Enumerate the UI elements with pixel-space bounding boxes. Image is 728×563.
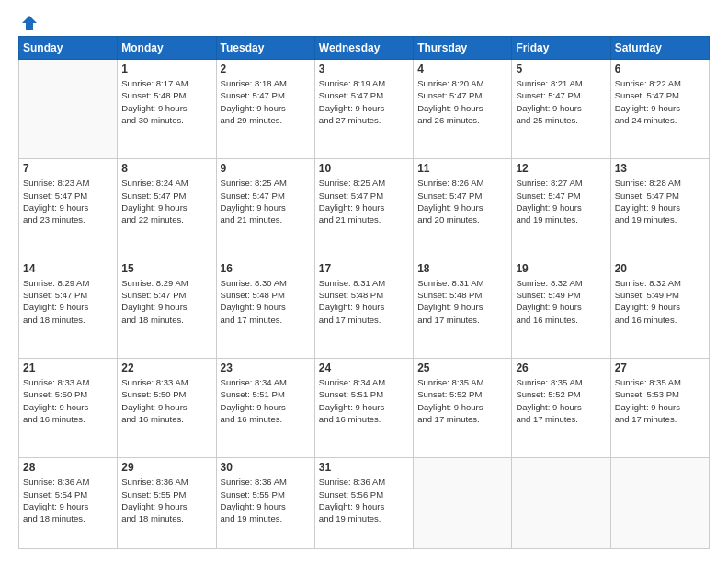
calendar-cell: 27Sunrise: 8:35 AM Sunset: 5:53 PM Dayli…	[610, 359, 709, 458]
day-info: Sunrise: 8:29 AM Sunset: 5:47 PM Dayligh…	[23, 277, 113, 326]
day-number: 30	[221, 461, 311, 474]
day-number: 14	[23, 262, 113, 275]
day-number: 25	[417, 362, 507, 374]
calendar-week-row: 21Sunrise: 8:33 AM Sunset: 5:50 PM Dayli…	[19, 359, 710, 458]
calendar-cell: 10Sunrise: 8:25 AM Sunset: 5:47 PM Dayli…	[314, 159, 413, 259]
calendar-cell: 2Sunrise: 8:18 AM Sunset: 5:47 PM Daylig…	[216, 60, 314, 159]
day-info: Sunrise: 8:31 AM Sunset: 5:48 PM Dayligh…	[417, 277, 507, 326]
calendar-cell: 14Sunrise: 8:29 AM Sunset: 5:47 PM Dayli…	[19, 259, 118, 358]
day-number: 23	[221, 362, 311, 374]
day-number: 29	[121, 461, 211, 474]
day-info: Sunrise: 8:34 AM Sunset: 5:51 PM Dayligh…	[319, 376, 409, 425]
calendar-cell: 22Sunrise: 8:33 AM Sunset: 5:50 PM Dayli…	[118, 359, 216, 458]
calendar-cell: 19Sunrise: 8:32 AM Sunset: 5:49 PM Dayli…	[512, 259, 610, 358]
day-info: Sunrise: 8:32 AM Sunset: 5:49 PM Dayligh…	[516, 277, 606, 326]
calendar-cell: 7Sunrise: 8:23 AM Sunset: 5:47 PM Daylig…	[19, 159, 118, 259]
day-number: 18	[417, 262, 507, 275]
day-info: Sunrise: 8:32 AM Sunset: 5:49 PM Dayligh…	[615, 277, 705, 326]
day-number: 2	[221, 63, 311, 75]
weekday-header-friday: Friday	[512, 37, 610, 60]
day-info: Sunrise: 8:20 AM Sunset: 5:47 PM Dayligh…	[417, 77, 507, 126]
day-number: 15	[121, 262, 211, 275]
calendar-cell: 31Sunrise: 8:36 AM Sunset: 5:56 PM Dayli…	[314, 458, 413, 549]
weekday-header-thursday: Thursday	[414, 37, 512, 60]
day-info: Sunrise: 8:28 AM Sunset: 5:47 PM Dayligh…	[615, 177, 705, 225]
day-number: 28	[23, 461, 113, 474]
calendar-cell: 15Sunrise: 8:29 AM Sunset: 5:47 PM Dayli…	[118, 259, 216, 358]
day-number: 31	[319, 461, 409, 474]
day-number: 19	[516, 262, 606, 275]
day-info: Sunrise: 8:18 AM Sunset: 5:47 PM Dayligh…	[221, 77, 311, 126]
weekday-header-row: SundayMondayTuesdayWednesdayThursdayFrid…	[19, 37, 710, 60]
calendar-table: SundayMondayTuesdayWednesdayThursdayFrid…	[18, 36, 710, 549]
weekday-header-sunday: Sunday	[19, 37, 118, 60]
calendar-week-row: 28Sunrise: 8:36 AM Sunset: 5:54 PM Dayli…	[19, 458, 710, 549]
day-info: Sunrise: 8:36 AM Sunset: 5:54 PM Dayligh…	[23, 476, 113, 524]
day-info: Sunrise: 8:22 AM Sunset: 5:47 PM Dayligh…	[615, 77, 705, 126]
calendar-cell: 28Sunrise: 8:36 AM Sunset: 5:54 PM Dayli…	[19, 458, 118, 549]
day-info: Sunrise: 8:27 AM Sunset: 5:47 PM Dayligh…	[516, 177, 606, 225]
logo-icon	[20, 14, 39, 32]
logo-text	[18, 14, 39, 32]
day-number: 17	[319, 262, 409, 275]
calendar-week-row: 14Sunrise: 8:29 AM Sunset: 5:47 PM Dayli…	[19, 259, 710, 358]
day-number: 11	[417, 162, 507, 175]
day-info: Sunrise: 8:33 AM Sunset: 5:50 PM Dayligh…	[121, 376, 211, 425]
day-number: 24	[319, 362, 409, 374]
day-info: Sunrise: 8:35 AM Sunset: 5:52 PM Dayligh…	[516, 376, 606, 425]
svg-marker-0	[22, 16, 37, 30]
day-number: 27	[615, 362, 705, 374]
calendar-cell: 6Sunrise: 8:22 AM Sunset: 5:47 PM Daylig…	[610, 60, 709, 159]
calendar-cell: 21Sunrise: 8:33 AM Sunset: 5:50 PM Dayli…	[19, 359, 118, 458]
day-number: 8	[121, 162, 211, 175]
calendar-cell: 16Sunrise: 8:30 AM Sunset: 5:48 PM Dayli…	[216, 259, 314, 358]
calendar-cell: 17Sunrise: 8:31 AM Sunset: 5:48 PM Dayli…	[314, 259, 413, 358]
day-info: Sunrise: 8:36 AM Sunset: 5:56 PM Dayligh…	[319, 476, 409, 524]
day-info: Sunrise: 8:36 AM Sunset: 5:55 PM Dayligh…	[121, 476, 211, 524]
calendar-cell: 8Sunrise: 8:24 AM Sunset: 5:47 PM Daylig…	[118, 159, 216, 259]
day-info: Sunrise: 8:17 AM Sunset: 5:48 PM Dayligh…	[121, 77, 211, 126]
day-info: Sunrise: 8:34 AM Sunset: 5:51 PM Dayligh…	[221, 376, 311, 425]
calendar-cell: 25Sunrise: 8:35 AM Sunset: 5:52 PM Dayli…	[414, 359, 512, 458]
day-number: 7	[23, 162, 113, 175]
calendar-cell: 23Sunrise: 8:34 AM Sunset: 5:51 PM Dayli…	[216, 359, 314, 458]
day-info: Sunrise: 8:24 AM Sunset: 5:47 PM Dayligh…	[121, 177, 211, 225]
day-info: Sunrise: 8:29 AM Sunset: 5:47 PM Dayligh…	[121, 277, 211, 326]
day-info: Sunrise: 8:25 AM Sunset: 5:47 PM Dayligh…	[319, 177, 409, 225]
day-info: Sunrise: 8:35 AM Sunset: 5:53 PM Dayligh…	[615, 376, 705, 425]
calendar-cell: 9Sunrise: 8:25 AM Sunset: 5:47 PM Daylig…	[216, 159, 314, 259]
day-number: 13	[615, 162, 705, 175]
day-number: 1	[121, 63, 211, 75]
calendar-cell: 29Sunrise: 8:36 AM Sunset: 5:55 PM Dayli…	[118, 458, 216, 549]
calendar-cell: 1Sunrise: 8:17 AM Sunset: 5:48 PM Daylig…	[118, 60, 216, 159]
weekday-header-monday: Monday	[118, 37, 216, 60]
weekday-header-saturday: Saturday	[610, 37, 709, 60]
day-info: Sunrise: 8:25 AM Sunset: 5:47 PM Dayligh…	[221, 177, 311, 225]
day-info: Sunrise: 8:31 AM Sunset: 5:48 PM Dayligh…	[319, 277, 409, 326]
day-number: 6	[615, 63, 705, 75]
day-info: Sunrise: 8:36 AM Sunset: 5:55 PM Dayligh…	[221, 476, 311, 524]
day-number: 5	[516, 63, 606, 75]
day-number: 10	[319, 162, 409, 175]
day-number: 20	[615, 262, 705, 275]
calendar-cell	[19, 60, 118, 159]
day-number: 4	[417, 63, 507, 75]
page: SundayMondayTuesdayWednesdayThursdayFrid…	[0, 0, 728, 563]
calendar-cell: 12Sunrise: 8:27 AM Sunset: 5:47 PM Dayli…	[512, 159, 610, 259]
weekday-header-wednesday: Wednesday	[314, 37, 413, 60]
calendar-cell	[414, 458, 512, 549]
day-number: 3	[319, 63, 409, 75]
calendar-cell: 24Sunrise: 8:34 AM Sunset: 5:51 PM Dayli…	[314, 359, 413, 458]
day-number: 12	[516, 162, 606, 175]
calendar-cell: 13Sunrise: 8:28 AM Sunset: 5:47 PM Dayli…	[610, 159, 709, 259]
day-number: 26	[516, 362, 606, 374]
day-number: 9	[221, 162, 311, 175]
day-info: Sunrise: 8:26 AM Sunset: 5:47 PM Dayligh…	[417, 177, 507, 225]
day-number: 21	[23, 362, 113, 374]
calendar-week-row: 7Sunrise: 8:23 AM Sunset: 5:47 PM Daylig…	[19, 159, 710, 259]
calendar-cell: 3Sunrise: 8:19 AM Sunset: 5:47 PM Daylig…	[314, 60, 413, 159]
calendar-cell	[512, 458, 610, 549]
header	[18, 14, 710, 29]
weekday-header-tuesday: Tuesday	[216, 37, 314, 60]
calendar-week-row: 1Sunrise: 8:17 AM Sunset: 5:48 PM Daylig…	[19, 60, 710, 159]
